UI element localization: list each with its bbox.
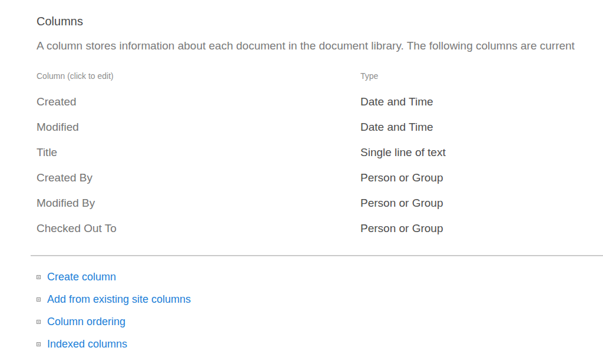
table-row: Modified By Person or Group	[37, 190, 603, 216]
list-item: Add from existing site columns	[37, 293, 603, 306]
columns-settings-section: Columns A column stores information abou…	[0, 0, 603, 350]
add-existing-site-columns-link[interactable]: Add from existing site columns	[47, 293, 191, 306]
section-divider	[31, 255, 603, 256]
column-ordering-link[interactable]: Column ordering	[47, 316, 125, 328]
column-name-link[interactable]: Modified By	[37, 190, 360, 216]
table-row: Title Single line of text	[37, 140, 603, 165]
list-item: Column ordering	[37, 315, 603, 328]
square-bullet-icon	[37, 297, 41, 302]
column-name-link[interactable]: Created By	[37, 165, 360, 190]
create-column-link[interactable]: Create column	[47, 271, 116, 283]
square-bullet-icon	[37, 320, 41, 324]
column-name-link[interactable]: Modified	[37, 114, 360, 140]
table-header-row: Column (click to edit) Type	[37, 68, 603, 89]
list-item: Indexed columns	[37, 337, 603, 350]
column-type-value: Single line of text	[360, 140, 603, 165]
square-bullet-icon	[37, 275, 41, 279]
table-row: Created Date and Time	[37, 89, 603, 114]
column-type-value: Date and Time	[360, 114, 603, 140]
column-type-value: Date and Time	[360, 89, 603, 114]
column-type-value: Person or Group	[360, 190, 603, 216]
column-name-link[interactable]: Title	[37, 140, 360, 165]
column-header-name: Column (click to edit)	[37, 68, 360, 89]
table-row: Modified Date and Time	[37, 114, 603, 140]
column-actions-list: Create column Add from existing site col…	[37, 270, 603, 350]
indexed-columns-link[interactable]: Indexed columns	[47, 338, 127, 350]
section-description: A column stores information about each d…	[37, 39, 603, 52]
columns-table: Column (click to edit) Type Created Date…	[37, 68, 603, 241]
column-type-value: Person or Group	[360, 216, 603, 241]
column-type-value: Person or Group	[360, 165, 603, 190]
column-name-link[interactable]: Checked Out To	[37, 216, 360, 241]
section-title: Columns	[37, 14, 603, 28]
table-row: Created By Person or Group	[37, 165, 603, 190]
square-bullet-icon	[37, 342, 41, 346]
column-header-type: Type	[360, 68, 603, 89]
column-name-link[interactable]: Created	[37, 89, 360, 114]
list-item: Create column	[37, 270, 603, 283]
table-row: Checked Out To Person or Group	[37, 216, 603, 241]
